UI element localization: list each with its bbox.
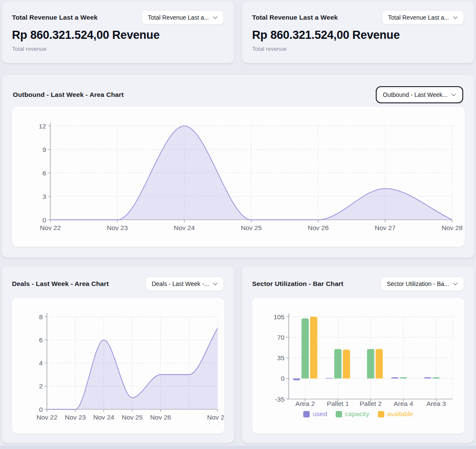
dropdown-selected-value: Outbound - Last Week... <box>383 91 448 98</box>
warehouse-dashboard: Total Revenue Last a Week Total Revenue … <box>0 0 476 449</box>
card-title: Total Revenue Last a Week <box>12 14 98 21</box>
legend-swatch <box>378 411 384 417</box>
outbound-widget-dropdown[interactable]: Outbound - Last Week... <box>376 86 464 103</box>
chevron-down-icon <box>451 93 456 96</box>
svg-text:Nov 26: Nov 26 <box>150 414 171 421</box>
dropdown-selected-value: Deals - Last Week -... <box>152 280 209 287</box>
svg-text:0: 0 <box>39 406 43 413</box>
deals-chart-title: Deals - Last Week - Area Chart <box>12 280 109 288</box>
revenue-amount: Rp 860.321.524,00 Revenue <box>12 29 224 42</box>
svg-text:0: 0 <box>281 375 284 382</box>
svg-text:Nov 25: Nov 25 <box>122 414 142 421</box>
dropdown-selected-value: Sector Utilization - Ba... <box>387 280 449 287</box>
dropdown-selected-value: Total Revenue Last a... <box>388 14 449 21</box>
svg-text:6: 6 <box>39 336 43 344</box>
legend-item-available[interactable]: available <box>378 410 413 418</box>
svg-text:Nov 24: Nov 24 <box>174 224 194 231</box>
svg-text:8: 8 <box>39 313 43 321</box>
revenue-widget-dropdown-right[interactable]: Total Revenue Last a... <box>382 10 464 25</box>
deals-chart-card: Deals - Last Week - Area Chart Deals - L… <box>2 266 234 443</box>
outbound-chart-card: Outbound - Last Week - Area Chart Outbou… <box>2 75 474 258</box>
legend-label: capacity <box>345 410 369 418</box>
legend-item-used[interactable]: used <box>303 410 327 418</box>
deals-widget-dropdown[interactable]: Deals - Last Week -... <box>145 277 224 291</box>
outbound-chart-title: Outbound - Last Week - Area Chart <box>13 91 124 99</box>
svg-text:4: 4 <box>39 359 43 367</box>
svg-text:Area 4: Area 4 <box>394 400 413 407</box>
svg-text:Nov 23: Nov 23 <box>107 224 128 231</box>
svg-text:Area 3: Area 3 <box>427 400 446 407</box>
svg-text:Nov 24: Nov 24 <box>93 414 114 421</box>
svg-text:3: 3 <box>42 193 46 200</box>
svg-text:Nov 22: Nov 22 <box>40 224 61 231</box>
svg-text:Pallet 2: Pallet 2 <box>360 400 382 407</box>
svg-text:Nov 25: Nov 25 <box>241 224 261 231</box>
sector-chart-card: Sector Utilization - Bar Chart Sector Ut… <box>242 266 474 443</box>
revenue-card-left: Total Revenue Last a Week Total Revenue … <box>2 2 234 63</box>
svg-text:6: 6 <box>42 169 46 177</box>
svg-text:Nov 27: Nov 27 <box>374 224 395 231</box>
stats-row: Total Revenue Last a Week Total Revenue … <box>2 2 474 63</box>
sector-chart-panel: -3503570105Area 2Pallet 1Pallet 2Area 4A… <box>252 298 464 434</box>
svg-text:Nov 28: Nov 28 <box>207 414 224 421</box>
legend-swatch <box>336 411 342 417</box>
svg-text:0: 0 <box>42 216 46 224</box>
svg-text:9: 9 <box>42 146 46 153</box>
svg-text:Nov 26: Nov 26 <box>308 224 328 231</box>
chevron-down-icon <box>453 283 458 286</box>
outbound-chart-panel: 036912Nov 22Nov 23Nov 24Nov 25Nov 26Nov … <box>12 107 465 247</box>
chevron-down-icon <box>213 16 218 19</box>
svg-text:2: 2 <box>39 382 43 390</box>
revenue-caption: Total revenue <box>12 46 224 52</box>
outbound-area-chart[interactable]: 036912Nov 22Nov 23Nov 24Nov 25Nov 26Nov … <box>12 107 465 247</box>
legend-item-capacity[interactable]: capacity <box>336 410 369 418</box>
svg-text:Nov 23: Nov 23 <box>65 414 86 421</box>
revenue-widget-dropdown-left[interactable]: Total Revenue Last a... <box>142 10 224 25</box>
sector-utilization-bar-chart[interactable]: -3503570105Area 2Pallet 1Pallet 2Area 4A… <box>252 298 464 408</box>
deals-chart-panel: 02468Nov 22Nov 23Nov 24Nov 25Nov 26Nov 2… <box>12 298 224 434</box>
svg-text:Nov 22: Nov 22 <box>36 414 57 421</box>
chevron-down-icon <box>453 16 458 19</box>
svg-text:Pallet 1: Pallet 1 <box>327 400 349 407</box>
svg-text:-35: -35 <box>275 396 284 403</box>
card-title: Total Revenue Last a Week <box>252 14 338 21</box>
legend-label: available <box>387 410 413 418</box>
svg-text:Area 2: Area 2 <box>296 400 315 407</box>
bottom-strip <box>0 446 476 449</box>
revenue-card-right: Total Revenue Last a Week Total Revenue … <box>242 2 474 63</box>
revenue-caption: Total revenue <box>252 46 464 52</box>
legend-label: used <box>313 410 327 418</box>
chevron-down-icon <box>213 283 218 286</box>
svg-text:35: 35 <box>277 354 284 362</box>
svg-text:70: 70 <box>277 334 285 341</box>
deals-area-chart[interactable]: 02468Nov 22Nov 23Nov 24Nov 25Nov 26Nov 2… <box>12 298 224 434</box>
legend-swatch <box>303 411 310 417</box>
svg-text:Nov 28: Nov 28 <box>441 224 462 231</box>
bottom-charts-row: Deals - Last Week - Area Chart Deals - L… <box>2 266 474 443</box>
dropdown-selected-value: Total Revenue Last a... <box>148 14 209 21</box>
revenue-amount: Rp 860.321.524,00 Revenue <box>252 29 464 42</box>
svg-text:12: 12 <box>39 122 46 130</box>
svg-text:105: 105 <box>273 313 284 321</box>
sector-chart-title: Sector Utilization - Bar Chart <box>252 280 343 288</box>
sector-widget-dropdown[interactable]: Sector Utilization - Ba... <box>380 277 464 291</box>
chart-legend: usedcapacityavailable <box>252 410 464 418</box>
